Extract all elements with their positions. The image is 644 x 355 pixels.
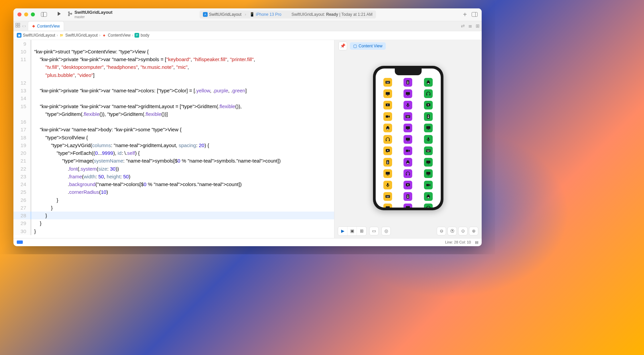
breadcrumb-item[interactable]: SwiftUIGridLayout <box>65 33 98 38</box>
grid-tile <box>404 124 412 132</box>
grid-tile <box>383 112 392 121</box>
grid-tile <box>404 78 412 87</box>
code-line[interactable]: 11 "kw-pink">private "kw-pink">var "name… <box>13 55 334 63</box>
minimap-toggle-icon[interactable]: ▤ <box>475 240 478 245</box>
add-editor-icon[interactable]: ⊞ <box>476 23 480 29</box>
svg-rect-92 <box>386 196 389 197</box>
close-button[interactable] <box>17 12 21 16</box>
pin-preview-button[interactable]: 📌 <box>338 42 347 50</box>
library-button[interactable]: + <box>463 11 467 18</box>
code-line[interactable]: 10"kw-pink">struct "type">ContentView: "… <box>13 48 334 55</box>
code-line[interactable]: 19 "type">LazyVGrid(columns: "name-teal"… <box>13 141 334 149</box>
chevron-right-icon[interactable]: › <box>24 23 26 29</box>
inspector-toggle-icon[interactable] <box>472 12 478 17</box>
grid-tile <box>383 124 392 132</box>
zoom-in-button[interactable]: ⊕ <box>469 227 478 235</box>
grid-tile <box>424 112 433 121</box>
run-button[interactable] <box>56 11 62 18</box>
svg-rect-47 <box>428 129 429 129</box>
activity-device[interactable]: 📱 iPhone 13 Pro <box>250 12 281 17</box>
svg-rect-82 <box>387 186 388 187</box>
maximize-button[interactable] <box>31 12 35 16</box>
svg-rect-11 <box>389 82 389 82</box>
svg-point-39 <box>428 115 429 116</box>
code-line[interactable]: 20 "type">ForEach((0...9999), id: \.self… <box>13 149 334 157</box>
tab-contentview[interactable]: ◆ ContentView <box>28 21 64 31</box>
selectable-preview-button[interactable]: ▣ <box>347 227 357 235</box>
code-line[interactable]: 16 <box>13 118 334 126</box>
grid-tile <box>404 181 412 189</box>
svg-rect-98 <box>427 197 429 198</box>
svg-rect-52 <box>407 141 409 141</box>
zoom-fit-button[interactable]: ⊙ <box>458 227 468 235</box>
code-line[interactable]: 21 "type">Image(systemName: "name-teal">… <box>13 157 334 165</box>
code-line[interactable]: 29 } <box>13 219 334 227</box>
code-line[interactable]: 17 "kw-pink">var "name-teal">body: "kw-p… <box>13 126 334 133</box>
code-line[interactable]: "type">GridItem(.flexible()), "type">Gri… <box>13 110 334 118</box>
code-line[interactable]: 25 .cornerRadius(10) <box>13 188 334 196</box>
svg-rect-71 <box>426 161 430 163</box>
debug-indicator[interactable] <box>17 240 23 244</box>
refresh-icon[interactable]: ⇄ <box>461 23 465 29</box>
svg-rect-4 <box>18 23 20 25</box>
code-line[interactable]: 15 "kw-pink">private "kw-pink">var "name… <box>13 102 334 110</box>
preview-mode-group: ▶ ▣ ⊞ <box>338 226 367 236</box>
svg-rect-89 <box>387 196 387 196</box>
svg-rect-87 <box>385 195 390 198</box>
preview-chip[interactable]: ▢ Content View <box>350 42 386 50</box>
app-icon: A <box>203 12 208 17</box>
variants-button[interactable]: ⊞ <box>357 227 366 235</box>
svg-rect-78 <box>426 172 430 174</box>
code-line[interactable]: 18 "type">ScrollView { <box>13 134 334 141</box>
code-line[interactable]: 28 } <box>13 212 334 219</box>
minimize-button[interactable] <box>24 12 28 16</box>
canvas-settings-button[interactable]: ◎ <box>381 227 391 235</box>
svg-rect-51 <box>406 138 410 140</box>
chevron-left-icon[interactable]: ‹ <box>22 23 24 29</box>
zoom-out-button[interactable]: ⊖ <box>437 227 446 235</box>
scheme-selector[interactable]: SwiftUIGridLayout master <box>68 10 112 18</box>
svg-rect-88 <box>386 196 386 196</box>
code-line[interactable]: 12 <box>13 79 334 87</box>
device-settings-button[interactable]: ▭ <box>369 227 379 235</box>
grid-tile <box>404 112 412 121</box>
svg-rect-81 <box>387 183 388 185</box>
nav-back-forward[interactable]: ‹› <box>22 23 26 29</box>
grid-tile <box>404 158 412 167</box>
svg-rect-54 <box>428 140 428 141</box>
canvas-viewport[interactable] <box>334 52 482 224</box>
svg-rect-10 <box>388 82 388 82</box>
navigator-toggle-icon[interactable] <box>41 12 47 17</box>
breadcrumb-item[interactable]: body <box>141 33 149 38</box>
code-line[interactable]: 23 .frame(width: 50, height: 50) <box>13 173 334 180</box>
code-line[interactable]: 30} <box>13 227 334 235</box>
code-line[interactable]: 22 .font(.system(size: 30)) <box>13 165 334 173</box>
grid-tile <box>424 181 433 189</box>
code-line[interactable]: 24 .background("name-teal">colors[$0 % "… <box>13 180 334 188</box>
breadcrumb-item[interactable]: ContentView <box>108 33 130 38</box>
grid-tile <box>404 101 412 109</box>
code-line[interactable]: "tv.fill", "desktopcomputer", "headphone… <box>13 63 334 71</box>
grid-tile <box>383 89 392 98</box>
adjust-editor-icon[interactable]: ≣ <box>468 23 472 29</box>
live-preview-button[interactable]: ▶ <box>338 227 347 235</box>
related-items-icon[interactable] <box>15 23 20 29</box>
svg-rect-97 <box>427 194 429 195</box>
breadcrumb-item[interactable]: SwiftUIGridLayout <box>23 33 55 38</box>
activity-project[interactable]: A SwiftUIGridLayout <box>203 12 241 17</box>
code-line[interactable]: 14 <box>13 94 334 102</box>
traffic-lights <box>17 12 35 16</box>
code-editor[interactable]: 910"kw-pink">struct "type">ContentView: … <box>13 40 334 238</box>
jump-bar[interactable]: ▣ SwiftUIGridLayout › 📁 SwiftUIGridLayou… <box>13 31 482 40</box>
code-line[interactable]: 13 "kw-pink">private "kw-pink">var "name… <box>13 87 334 94</box>
svg-rect-49 <box>386 139 387 141</box>
zoom-actual-button[interactable]: ⦿ <box>447 227 457 235</box>
code-line[interactable]: 27 } <box>13 204 334 212</box>
svg-rect-91 <box>389 196 389 196</box>
grid-tile <box>424 135 433 144</box>
code-line[interactable]: "plus.bubble", "video"] <box>13 71 334 79</box>
tab-label: ContentView <box>37 24 60 29</box>
svg-rect-33 <box>407 116 407 116</box>
code-line[interactable]: 26 } <box>13 196 334 204</box>
code-line[interactable]: 9 <box>13 40 334 48</box>
